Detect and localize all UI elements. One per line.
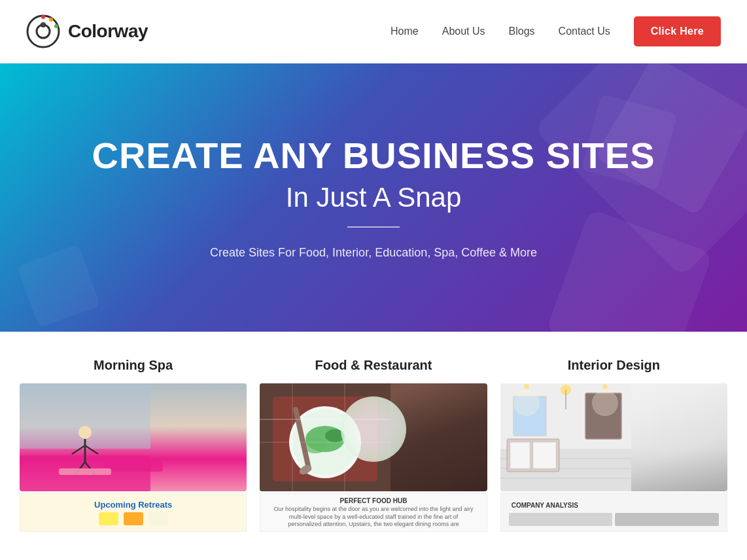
spa-sub-title: Upcoming Retreats [94,500,172,510]
hero-title-bold: CREATE ANY BUSINESS SITES [92,135,655,176]
card-food-sub: PERFECT FOOD HUB Our hospitality begins … [260,493,487,532]
card-food: Food & Restaurant [260,358,487,532]
food-image-visual [260,383,487,491]
interior-image-visual [500,383,727,491]
svg-point-21 [325,429,345,442]
card-food-title: Food & Restaurant [315,358,432,373]
card-spa-title: Morning Spa [94,358,173,373]
logo[interactable]: Colorway [26,14,148,48]
cards-section: Morning Spa [0,332,747,545]
spa-image-visual [20,383,247,491]
nav-about[interactable]: About Us [442,26,485,37]
food-svg [260,383,391,491]
nav-blogs[interactable]: Blogs [509,26,535,37]
svg-point-0 [27,16,59,47]
svg-point-2 [41,15,45,19]
svg-rect-40 [533,442,556,468]
svg-rect-39 [510,442,530,468]
interior-sub-title: COMPANY ANALYSIS [506,499,721,512]
nav: Home About Us Blogs Contact Us Click Her… [391,16,721,46]
logo-icon [26,14,60,48]
card-spa-image [20,383,247,491]
card-food-image [260,383,487,491]
spa-svg [20,383,150,491]
food-sub-text: Our hospitality begins at the door as yo… [267,506,479,527]
hero-shape-3 [17,244,101,328]
svg-point-3 [49,18,53,22]
hero-title-light: In Just A Snap [286,182,462,213]
svg-point-42 [602,384,608,389]
food-sub-title: PERFECT FOOD HUB [340,497,408,504]
svg-rect-14 [59,468,111,475]
card-spa-sub: Upcoming Retreats [20,493,247,532]
svg-point-8 [78,426,92,439]
nav-home[interactable]: Home [391,26,419,37]
svg-point-41 [524,384,529,389]
hero-divider [347,226,400,228]
cta-button[interactable]: Click Here [634,16,721,46]
nav-contact[interactable]: Contact Us [559,26,610,37]
card-interior: Interior Design [500,358,727,532]
hero-section: CREATE ANY BUSINESS SITES In Just A Snap… [0,63,747,332]
card-spa: Morning Spa [20,358,247,532]
hero-subtitle: Create Sites For Food, Interior, Educati… [210,246,537,260]
interior-svg [500,383,631,491]
card-interior-title: Interior Design [568,358,660,373]
header: Colorway Home About Us Blogs Contact Us … [0,0,747,63]
card-interior-sub: COMPANY ANALYSIS [500,493,727,532]
card-interior-image [500,383,727,491]
svg-point-4 [54,24,58,28]
logo-text: Colorway [68,21,148,42]
svg-point-43 [513,390,540,416]
cards-grid: Morning Spa [20,358,727,532]
svg-point-44 [592,390,618,416]
